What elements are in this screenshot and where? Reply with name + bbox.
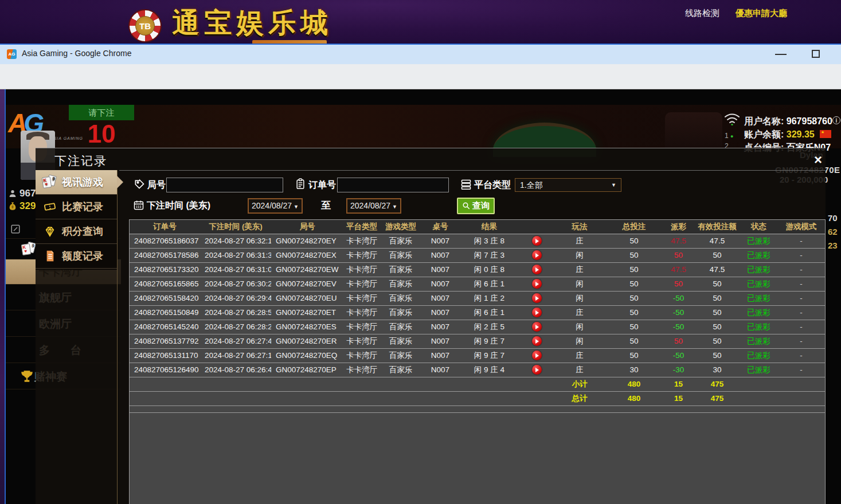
url-bar[interactable]: gci.l842tbgc.com/agingame/pcv2/index.jsp…: [0, 64, 841, 89]
play-button[interactable]: [532, 279, 542, 289]
info-icon[interactable]: i: [832, 116, 840, 124]
tb-chip-label: TB: [135, 16, 155, 36]
table-row: 240827065126490 2024-08-27 06:26:49 GN00…: [130, 363, 825, 377]
cell-total-bet: 50: [605, 291, 663, 305]
cell-game-type: 百家乐: [380, 305, 421, 320]
cell-order: 240827065186037: [130, 234, 200, 248]
cell-platform: 卡卡湾厅: [343, 248, 380, 262]
subtotal-label: 小计: [554, 377, 605, 391]
cell-game-mode: -: [777, 262, 825, 277]
cell-play: 闲: [554, 291, 605, 305]
search-button[interactable]: 查询: [457, 198, 495, 214]
play-button[interactable]: [532, 308, 542, 317]
cell-status: 已派彩: [740, 305, 777, 320]
tab-label: 额度记录: [62, 249, 103, 263]
maximize-button[interactable]: [812, 50, 820, 58]
cell-status: 已派彩: [740, 348, 777, 363]
table-row: 240827065165865 2024-08-27 06:30:22 GN00…: [130, 277, 825, 291]
cell-replay: [519, 334, 554, 348]
cell-game-type: 百家乐: [380, 234, 421, 248]
date-to-picker[interactable]: 2024/08/27▼: [346, 198, 401, 214]
order-number-icon: [295, 178, 306, 190]
tab-match-records[interactable]: 比赛记录: [36, 195, 117, 219]
cell-table-no: N007: [421, 277, 459, 291]
play-button[interactable]: [532, 236, 542, 246]
cell-total-bet: 50: [605, 277, 663, 291]
play-button[interactable]: [532, 365, 542, 375]
chevron-down-icon: ▼: [392, 204, 397, 210]
cell-time: 2024-08-27 06:28:59: [200, 305, 271, 320]
close-icon[interactable]: ×: [811, 153, 826, 168]
round-number-icon: [134, 179, 145, 190]
tab-points-inquiry[interactable]: 积分查询: [36, 219, 117, 244]
cell-order: 240827065137792: [130, 334, 200, 348]
link-line-check[interactable]: 线路检测: [685, 8, 719, 19]
play-button[interactable]: [532, 293, 542, 303]
link-promo-hall[interactable]: 優惠申請大廳: [736, 8, 787, 19]
document-icon: [42, 250, 57, 262]
cell-play: 闲: [554, 277, 605, 291]
table-row: 240827065137792 2024-08-27 06:27:47 GN00…: [130, 334, 825, 348]
round-number-label: 局号: [147, 179, 166, 191]
order-number-input[interactable]: [337, 178, 449, 192]
subtotal-valid: 475: [694, 377, 740, 391]
cell-time: 2024-08-27 06:29:40: [200, 291, 271, 305]
cell-status: 已派彩: [740, 262, 777, 277]
cell-table-no: N007: [421, 234, 459, 248]
play-button[interactable]: [532, 250, 542, 260]
col-order: 订单号: [130, 220, 200, 234]
cell-payout: 50: [663, 277, 694, 291]
cell-total-bet: 50: [605, 262, 663, 277]
cell-time: 2024-08-27 06:31:37: [200, 248, 271, 262]
ticket-icon: [42, 202, 57, 212]
cell-play: 闲: [554, 248, 605, 262]
cards-icon: 9 K♥: [42, 175, 57, 189]
stat-number-fragment: 70: [828, 213, 838, 223]
cell-time: 2024-08-27 06:26:49: [200, 363, 271, 377]
cell-play: 庄: [554, 363, 605, 377]
minimize-button[interactable]: [775, 54, 787, 55]
cell-table-no: N007: [421, 262, 459, 277]
cell-valid-bet: 50: [694, 334, 740, 348]
tab-quota-records[interactable]: 额度记录: [36, 244, 117, 269]
cell-payout: -50: [663, 305, 694, 320]
tab-label: 积分查询: [62, 225, 103, 238]
play-button[interactable]: [532, 265, 542, 274]
tab-video-games[interactable]: 9 K♥ 视讯游戏: [36, 170, 117, 195]
cell-valid-bet: 50: [694, 320, 740, 334]
play-button[interactable]: [532, 351, 542, 360]
play-button[interactable]: [532, 336, 542, 346]
cell-replay: [519, 234, 554, 248]
cell-payout: -50: [663, 291, 694, 305]
col-payout: 派彩: [663, 220, 694, 234]
cell-order: 240827065173320: [130, 262, 200, 277]
cell-game-mode: -: [777, 234, 825, 248]
window-favicon-icon: AG: [7, 49, 17, 59]
cell-round: GN007248270ET: [271, 305, 343, 320]
cell-round: GN007248270EX: [271, 248, 343, 262]
col-game-type: 游戏类型: [380, 220, 421, 234]
stat-number-fragment: 62: [828, 227, 838, 237]
table-row: 240827065145240 2024-08-27 06:28:26 GN00…: [130, 320, 825, 334]
cell-result: 闲 6 庄 1: [459, 277, 519, 291]
cell-table-no: N007: [421, 348, 459, 363]
cell-time: 2024-08-27 06:27:47: [200, 334, 271, 348]
order-number-label: 订单号: [308, 179, 336, 191]
play-button[interactable]: [532, 322, 542, 332]
cell-platform: 卡卡湾厅: [343, 234, 380, 248]
round-number-input[interactable]: [166, 178, 283, 192]
chevron-down-icon: ▼: [611, 179, 616, 191]
table-row: 240827065131170 2024-08-27 06:27:14 GN00…: [130, 348, 825, 363]
cell-order: 240827065165865: [130, 277, 200, 291]
cell-result: 闲 0 庄 8: [459, 262, 519, 277]
date-from-picker[interactable]: 2024/08/27▼: [248, 198, 303, 214]
col-result: 结果: [459, 220, 519, 234]
platform-type-select[interactable]: 1.全部 ▼: [515, 178, 621, 192]
cell-valid-bet: 50: [694, 348, 740, 363]
title-separator: [119, 170, 826, 171]
cell-play: 庄: [554, 305, 605, 320]
cell-status: 已派彩: [740, 363, 777, 377]
cell-order: 240827065145240: [130, 320, 200, 334]
cell-game-type: 百家乐: [380, 334, 421, 348]
cell-result: 闲 9 庄 7: [459, 348, 519, 363]
